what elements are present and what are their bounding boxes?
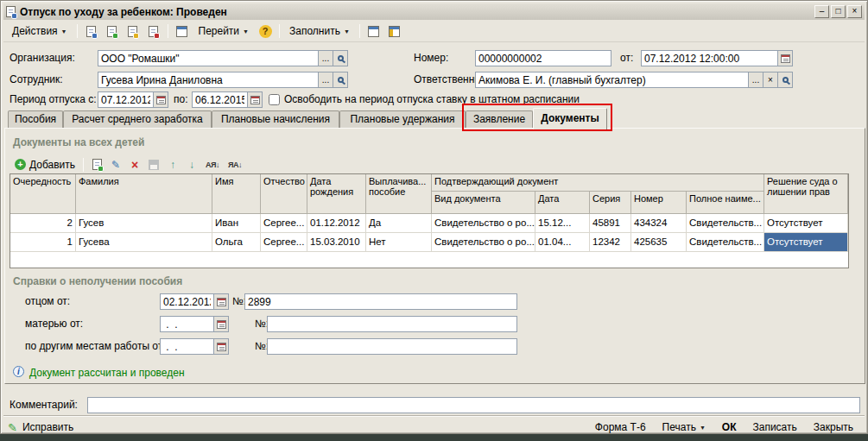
- actions-menu-button[interactable]: Действия ▼: [7, 22, 73, 41]
- conditional-appearance-icon-button[interactable]: [385, 22, 404, 41]
- mother-date-field[interactable]: [160, 316, 229, 332]
- organization-open-button[interactable]: [333, 51, 347, 66]
- table-cell[interactable]: Свидетельств...: [687, 214, 764, 233]
- sort-descending-icon-button[interactable]: ЯА↓: [225, 156, 245, 173]
- period-to-calendar-button[interactable]: [247, 92, 262, 107]
- minimize-icon[interactable]: –: [814, 5, 829, 18]
- delete-row-icon-button[interactable]: ×: [126, 156, 143, 173]
- father-date-input[interactable]: [161, 294, 213, 309]
- table-cell[interactable]: 01.12.2012: [307, 214, 366, 233]
- father-date-calendar-button[interactable]: [213, 294, 228, 309]
- close-button[interactable]: Закрыть: [807, 419, 860, 436]
- edit-row-icon-button[interactable]: ✎: [107, 156, 124, 173]
- table-cell[interactable]: Свидетельство о ро...: [432, 233, 535, 252]
- period-from-field[interactable]: [98, 91, 168, 108]
- list-settings-icon-button[interactable]: [364, 22, 383, 41]
- print-menu-button[interactable]: Печать ▼: [656, 419, 713, 436]
- move-row-down-icon-button[interactable]: ↓: [183, 156, 200, 173]
- move-row-up-icon-button[interactable]: ↑: [164, 156, 181, 173]
- employee-open-button[interactable]: [333, 72, 347, 87]
- table-cell[interactable]: 15.03.2010: [307, 233, 366, 252]
- table-cell[interactable]: 12342: [590, 233, 631, 252]
- number-field[interactable]: [475, 50, 611, 66]
- tab-posobiya[interactable]: Пособия: [8, 110, 63, 128]
- father-number-field[interactable]: [244, 293, 517, 310]
- doc-date-input[interactable]: [642, 51, 777, 66]
- other-work-date-field[interactable]: [160, 338, 229, 355]
- organization-field[interactable]: ...: [98, 50, 348, 66]
- edit-button[interactable]: Исправить: [22, 419, 74, 436]
- goto-menu-button[interactable]: Перейти ▼: [193, 22, 255, 41]
- table-cell[interactable]: Да: [366, 214, 432, 233]
- tab-dokumenty[interactable]: Документы: [533, 108, 607, 129]
- doc-date-field[interactable]: [641, 50, 793, 66]
- mother-number-input[interactable]: [268, 317, 516, 331]
- table-cell[interactable]: Сергее...: [261, 214, 307, 233]
- sort-ascending-icon-button[interactable]: АЯ↓: [202, 156, 223, 173]
- other-work-number-field[interactable]: [267, 338, 517, 355]
- organization-select-button[interactable]: ...: [318, 51, 333, 66]
- close-icon[interactable]: ×: [847, 5, 862, 18]
- table-cell[interactable]: 45891: [590, 214, 631, 233]
- table-cell[interactable]: Свидетельство о ро...: [432, 214, 535, 233]
- responsible-field[interactable]: ... ×: [475, 72, 793, 88]
- add-row-button[interactable]: + Добавить: [11, 156, 79, 173]
- employee-select-button[interactable]: ...: [318, 72, 333, 87]
- mother-date-calendar-button[interactable]: [213, 317, 228, 331]
- number-input[interactable]: [476, 51, 611, 66]
- structure-icon-button[interactable]: [124, 22, 143, 41]
- table-cell[interactable]: Сергее...: [261, 233, 307, 252]
- maximize-icon[interactable]: □: [831, 5, 846, 18]
- table-cell[interactable]: 434324: [631, 214, 687, 233]
- responsible-open-button[interactable]: [777, 72, 792, 87]
- table-cell[interactable]: Гусев: [76, 214, 212, 233]
- table-cell[interactable]: 1: [10, 233, 76, 252]
- table-cell[interactable]: 425635: [631, 233, 687, 252]
- period-from-calendar-button[interactable]: [153, 92, 168, 107]
- help-button[interactable]: ?: [256, 22, 275, 41]
- comment-input[interactable]: [88, 398, 859, 413]
- period-from-input[interactable]: [98, 92, 153, 107]
- responsible-input[interactable]: [476, 72, 748, 87]
- period-to-field[interactable]: [192, 91, 263, 108]
- tab-zayavlenie[interactable]: Заявление: [466, 110, 533, 128]
- table-cell[interactable]: 15.12...: [535, 214, 590, 233]
- table-cell[interactable]: Ольга: [212, 233, 261, 252]
- mother-date-input[interactable]: [161, 317, 213, 331]
- related-documents-icon-button[interactable]: [173, 22, 192, 41]
- end-edit-icon-button[interactable]: [145, 156, 162, 173]
- employee-field[interactable]: ...: [98, 72, 348, 88]
- other-work-date-input[interactable]: [161, 339, 213, 354]
- other-work-number-input[interactable]: [268, 339, 516, 354]
- copy-document-icon-button[interactable]: [103, 22, 122, 41]
- period-to-input[interactable]: [193, 92, 247, 107]
- save-button[interactable]: Записать: [746, 419, 804, 436]
- table-cell-selected[interactable]: Отсутствует: [764, 233, 848, 252]
- copy-row-icon-button[interactable]: [88, 156, 105, 173]
- movements-icon-button[interactable]: [144, 22, 163, 41]
- table-cell[interactable]: Отсутствует: [764, 214, 848, 233]
- release-rate-checkbox[interactable]: [269, 94, 280, 105]
- form-t6-button[interactable]: Форма Т-6: [588, 419, 653, 436]
- fill-menu-button[interactable]: Заполнить ▼: [284, 22, 355, 41]
- employee-input[interactable]: [98, 72, 318, 87]
- tab-raschet-srednego-zarabotka[interactable]: Расчет среднего заработка: [63, 110, 212, 128]
- table-cell[interactable]: 2: [10, 214, 76, 233]
- father-date-field[interactable]: [160, 293, 229, 310]
- responsible-select-button[interactable]: ...: [748, 72, 763, 87]
- doc-date-calendar-button[interactable]: [777, 51, 792, 66]
- table-cell[interactable]: Нет: [366, 233, 432, 252]
- comment-field[interactable]: [87, 397, 860, 413]
- table-cell[interactable]: Свидетельств...: [687, 233, 764, 252]
- tab-planovye-nachisleniya[interactable]: Плановые начисления: [212, 110, 339, 128]
- table-cell[interactable]: Гусева: [76, 233, 212, 252]
- organization-input[interactable]: [98, 51, 318, 66]
- reread-icon-button[interactable]: [82, 22, 101, 41]
- table-cell[interactable]: 01.04...: [535, 233, 590, 252]
- tab-planovye-uderzhaniya[interactable]: Плановые удержания: [339, 110, 466, 128]
- mother-number-field[interactable]: [267, 316, 517, 332]
- father-number-input[interactable]: [245, 294, 516, 309]
- other-work-date-calendar-button[interactable]: [213, 339, 228, 354]
- responsible-clear-button[interactable]: ×: [763, 72, 777, 87]
- ok-button[interactable]: ОК: [715, 419, 744, 436]
